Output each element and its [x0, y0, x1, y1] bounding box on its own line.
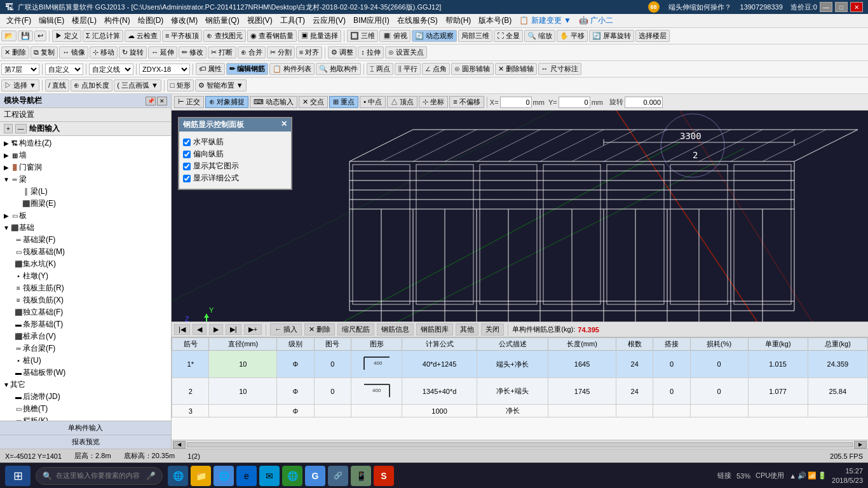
- btn-delete[interactable]: ✕ 删除: [1, 46, 29, 58]
- taskbar-app-link[interactable]: 🔗: [328, 466, 348, 486]
- layer-select[interactable]: 第7层: [1, 64, 39, 75]
- clock[interactable]: 15:27 2018/5/23: [832, 466, 863, 485]
- btn-view-rebar[interactable]: ◉ 查看钢筋量: [247, 30, 297, 42]
- btn-insert-row[interactable]: ▶+: [244, 324, 262, 335]
- panel-close-btn[interactable]: ✕: [157, 97, 167, 105]
- btn-midpoint[interactable]: ⊞ 重点: [329, 96, 358, 108]
- menu-component[interactable]: 构件(N): [100, 14, 134, 27]
- btn-next[interactable]: ▶: [209, 324, 223, 335]
- btn-first[interactable]: |◀: [174, 324, 190, 335]
- tree-node-slab[interactable]: ▶ ▭ 板: [1, 210, 170, 222]
- btn-property[interactable]: 🏷 属性: [196, 63, 225, 75]
- btn-center[interactable]: • 中点: [360, 96, 386, 108]
- taskbar-app-s[interactable]: S: [374, 466, 394, 486]
- btn-cloud-check[interactable]: ☁ 云检查: [125, 30, 161, 42]
- tree-node-pcb[interactable]: ▬ 后浇带(JD): [1, 391, 170, 403]
- btn-delete-row[interactable]: ✕ 删除: [304, 323, 335, 336]
- table-scrollbar[interactable]: ◀ ▶: [172, 440, 868, 449]
- cb-show-formula[interactable]: [183, 175, 191, 182]
- scroll-left[interactable]: ◀: [173, 441, 186, 449]
- btn-copy[interactable]: ⧉ 复制: [31, 46, 58, 58]
- btn-move[interactable]: ⊹ 移动: [90, 46, 118, 58]
- btn-vertex[interactable]: △ 顶点: [387, 96, 417, 108]
- menu-bim[interactable]: BIM应用(I): [349, 14, 393, 27]
- menu-modify[interactable]: 修改(M): [167, 14, 201, 27]
- tree-node-pile[interactable]: ▪ 桩(U): [1, 355, 170, 367]
- menu-new-change[interactable]: 📋 新建变更 ▼: [515, 14, 575, 27]
- btn-circle-axis[interactable]: ⊙ 圆形辅轴: [451, 63, 493, 75]
- table-row[interactable]: 3 Φ 1000 净长: [172, 405, 868, 417]
- btn-break[interactable]: ✂ 打断: [208, 46, 236, 58]
- taskbar-search[interactable]: 🔍 在这里输入你要搜索的内容 🎤: [36, 467, 163, 485]
- btn-save[interactable]: 💾: [18, 30, 33, 41]
- table-row[interactable]: 2 10 Φ 0 400 1345+40*d: [172, 378, 868, 405]
- minimize-button[interactable]: —: [820, 2, 832, 12]
- tree-node-raft-main[interactable]: ≡ 筏板主筋(R): [1, 282, 170, 294]
- btn-pan[interactable]: ✋ 平移: [557, 30, 588, 42]
- y-input[interactable]: [559, 97, 590, 108]
- btn-merge[interactable]: ⊕ 合并: [238, 46, 266, 58]
- menu-rebar-qty[interactable]: 钢筋量(Q): [201, 14, 243, 27]
- btn-3d[interactable]: 🔲 三维: [347, 30, 378, 42]
- menu-help[interactable]: 帮助(H): [442, 14, 475, 27]
- btn-local-3d[interactable]: 局部三维: [458, 30, 492, 42]
- btn-parallel[interactable]: ∥ 平行: [395, 63, 421, 75]
- panel-footer-report[interactable]: 报表预览: [0, 435, 171, 449]
- btn-edit[interactable]: ✏ 修改: [179, 46, 207, 58]
- btn-other[interactable]: 其他: [456, 323, 478, 336]
- btn-rebar-info[interactable]: 钢筋信息: [377, 323, 414, 336]
- btn-define[interactable]: ▶ 定义: [52, 30, 81, 42]
- tree-node-doorwindow[interactable]: ▶ 🚪 门窗洞: [1, 161, 170, 173]
- btn-batch-select[interactable]: ▣ 批量选择: [298, 30, 341, 42]
- tree-node-ring-beam[interactable]: ⬛ 圈梁(E): [1, 198, 170, 210]
- line-type-select[interactable]: 自定义线: [89, 64, 133, 75]
- btn-dynamic-input[interactable]: ⌨ 动态输入: [250, 96, 297, 108]
- maximize-button[interactable]: □: [835, 2, 848, 12]
- btn-get-component[interactable]: 🔍 抱取构件: [316, 63, 361, 75]
- taskbar-app-phone[interactable]: 📱: [351, 466, 371, 486]
- taskbar-app-green[interactable]: 🌐: [282, 466, 302, 486]
- btn-arc[interactable]: ( 三点画弧 ▼: [114, 79, 161, 92]
- tree-node-beam-l[interactable]: ║ 梁(L): [1, 186, 170, 198]
- btn-align[interactable]: ≡ 对齐: [296, 46, 322, 58]
- taskbar-app-chrome[interactable]: 🌐: [214, 466, 234, 486]
- btn-select-floor[interactable]: 选择楼层: [635, 30, 670, 42]
- btn-find-element[interactable]: ⊕ 查找图元: [203, 30, 245, 42]
- tree-node-beam[interactable]: ▼ ═ 梁: [1, 173, 170, 186]
- btn-point-length[interactable]: ⊕ 点加长度: [71, 79, 112, 92]
- tree-node-raft-neg[interactable]: ≡ 筏板负筋(X): [1, 294, 170, 306]
- btn-rotate[interactable]: ↻ 旋转: [119, 46, 147, 58]
- btn-rect[interactable]: □ 矩形: [167, 79, 194, 92]
- tree-node-foundation[interactable]: ▼ ⬛ 基础: [1, 222, 170, 234]
- menu-guang-er[interactable]: 🤖 广小二: [575, 14, 617, 27]
- panel-pin-btn[interactable]: 📌: [146, 97, 156, 105]
- btn-insert[interactable]: ← 插入: [270, 323, 302, 336]
- btn-dimension[interactable]: ↔ 尺寸标注: [538, 63, 581, 75]
- btn-scale-rebar[interactable]: 缩尺配筋: [337, 323, 374, 336]
- btn-split[interactable]: ✂ 分割: [267, 46, 295, 58]
- menu-draw[interactable]: 绘图(D): [134, 14, 168, 27]
- btn-prev[interactable]: ◀: [193, 324, 207, 335]
- btn-calculate[interactable]: Σ 汇总计算: [83, 30, 123, 42]
- btn-close-table[interactable]: 关闭: [481, 323, 504, 336]
- btn-open[interactable]: 📂: [1, 30, 17, 41]
- btn-component-list[interactable]: 📋 构件列表: [269, 63, 315, 75]
- tree-node-parapet[interactable]: ▭ 栏板(K): [1, 415, 170, 421]
- tree-node-fbd[interactable]: ▬ 基础板带(W): [1, 367, 170, 379]
- scroll-track[interactable]: [187, 442, 853, 447]
- cad-canvas-wrapper[interactable]: 3300 1000 2 E X Y Z: [172, 111, 868, 322]
- tree-node-pile-cap[interactable]: ⬛ 桩承台(V): [1, 330, 170, 342]
- btn-extend[interactable]: ↔ 延伸: [148, 46, 177, 58]
- menu-file[interactable]: 文件(F): [3, 14, 35, 27]
- code-select[interactable]: ZDYX-18: [139, 64, 190, 75]
- taskbar-app-g[interactable]: G: [305, 466, 325, 486]
- cb-vertical[interactable]: [183, 151, 191, 158]
- taskbar-app-edge[interactable]: e: [236, 466, 257, 486]
- tray-arrow[interactable]: ▲: [789, 472, 796, 480]
- tree-node-strip[interactable]: ▬ 条形基础(T): [1, 318, 170, 330]
- btn-snap[interactable]: ⊕ 对象捕捉: [205, 96, 248, 108]
- tree-node-pillar[interactable]: ▶ 🏗 构造柱(Z): [1, 137, 170, 149]
- btn-mirror[interactable]: ↔ 镜像: [59, 46, 88, 58]
- tree-node-other[interactable]: ▼ 其它: [1, 379, 170, 391]
- x-input[interactable]: [500, 97, 532, 108]
